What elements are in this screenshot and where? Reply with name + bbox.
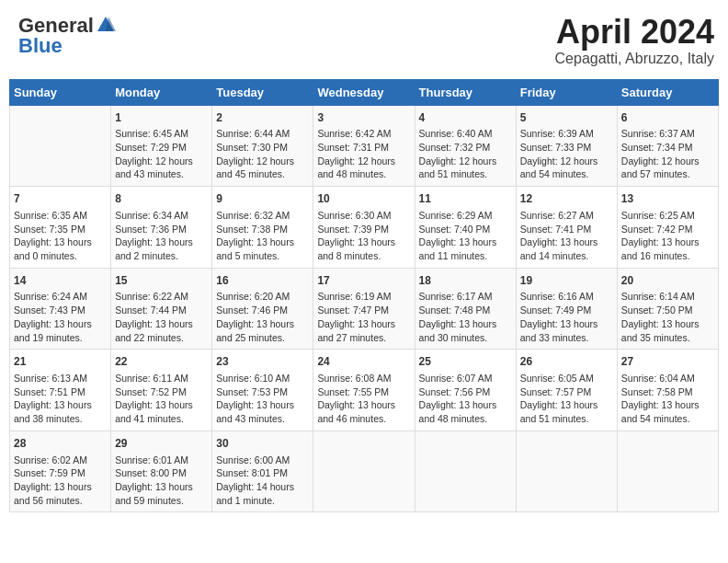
day-number: 29: [115, 436, 208, 452]
calendar-cell: 15Sunrise: 6:22 AMSunset: 7:44 PMDayligh…: [111, 268, 212, 350]
header-cell-saturday: Saturday: [617, 79, 718, 105]
week-row-1: 1Sunrise: 6:45 AMSunset: 7:29 PMDaylight…: [10, 105, 719, 187]
day-info: Sunrise: 6:32 AMSunset: 7:38 PMDaylight:…: [216, 209, 309, 263]
calendar-cell: 5Sunrise: 6:39 AMSunset: 7:33 PMDaylight…: [516, 105, 617, 187]
day-info: Sunrise: 6:24 AMSunset: 7:43 PMDaylight:…: [14, 290, 107, 344]
calendar-cell: 20Sunrise: 6:14 AMSunset: 7:50 PMDayligh…: [617, 268, 718, 350]
logo-icon: [96, 15, 116, 35]
calendar-cell: 27Sunrise: 6:04 AMSunset: 7:58 PMDayligh…: [617, 350, 718, 431]
day-number: 27: [621, 354, 714, 370]
logo: General Blue: [18, 14, 116, 58]
day-number: 22: [115, 354, 208, 370]
day-number: 19: [520, 273, 613, 289]
day-number: 15: [115, 273, 208, 289]
day-info: Sunrise: 6:42 AMSunset: 7:31 PMDaylight:…: [317, 127, 410, 181]
day-number: 18: [419, 273, 512, 289]
day-number: 10: [317, 191, 410, 207]
calendar-cell: 2Sunrise: 6:44 AMSunset: 7:30 PMDaylight…: [212, 105, 313, 187]
day-number: 6: [621, 110, 714, 126]
svg-marker-1: [106, 17, 116, 31]
day-info: Sunrise: 6:39 AMSunset: 7:33 PMDaylight:…: [520, 127, 613, 181]
calendar-cell: 19Sunrise: 6:16 AMSunset: 7:49 PMDayligh…: [516, 268, 617, 350]
day-info: Sunrise: 6:29 AMSunset: 7:40 PMDaylight:…: [419, 209, 512, 263]
day-info: Sunrise: 6:10 AMSunset: 7:53 PMDaylight:…: [216, 372, 309, 426]
day-info: Sunrise: 6:27 AMSunset: 7:41 PMDaylight:…: [520, 209, 613, 263]
calendar-cell: 26Sunrise: 6:05 AMSunset: 7:57 PMDayligh…: [516, 350, 617, 431]
day-info: Sunrise: 6:16 AMSunset: 7:49 PMDaylight:…: [520, 290, 613, 344]
day-number: 1: [115, 110, 208, 126]
calendar-cell: 24Sunrise: 6:08 AMSunset: 7:55 PMDayligh…: [313, 350, 415, 431]
calendar-cell: 10Sunrise: 6:30 AMSunset: 7:39 PMDayligh…: [313, 187, 415, 269]
title-block: April 2024 Cepagatti, Abruzzo, Italy: [555, 14, 714, 67]
calendar-cell: 8Sunrise: 6:34 AMSunset: 7:36 PMDaylight…: [111, 187, 212, 269]
calendar-cell: 7Sunrise: 6:35 AMSunset: 7:35 PMDaylight…: [10, 187, 111, 269]
calendar-cell: 16Sunrise: 6:20 AMSunset: 7:46 PMDayligh…: [212, 268, 313, 350]
day-number: 23: [216, 354, 309, 370]
header-row: SundayMondayTuesdayWednesdayThursdayFrid…: [10, 79, 719, 105]
calendar-cell: 22Sunrise: 6:11 AMSunset: 7:52 PMDayligh…: [111, 350, 212, 431]
day-number: 14: [14, 273, 107, 289]
calendar-cell: 17Sunrise: 6:19 AMSunset: 7:47 PMDayligh…: [313, 268, 415, 350]
day-number: 2: [216, 110, 309, 126]
calendar-header: SundayMondayTuesdayWednesdayThursdayFrid…: [10, 79, 719, 105]
calendar-cell: 18Sunrise: 6:17 AMSunset: 7:48 PMDayligh…: [415, 268, 516, 350]
day-number: 28: [14, 436, 107, 452]
day-info: Sunrise: 6:00 AMSunset: 8:01 PMDaylight:…: [216, 454, 309, 508]
calendar-subtitle: Cepagatti, Abruzzo, Italy: [555, 51, 714, 67]
header-cell-friday: Friday: [516, 79, 617, 105]
day-info: Sunrise: 6:14 AMSunset: 7:50 PMDaylight:…: [621, 290, 714, 344]
week-row-4: 21Sunrise: 6:13 AMSunset: 7:51 PMDayligh…: [10, 350, 719, 431]
calendar-title: April 2024: [555, 14, 714, 51]
logo-blue-text: Blue: [18, 34, 63, 58]
day-number: 9: [216, 191, 309, 207]
calendar-cell: [10, 105, 111, 187]
day-number: 24: [317, 354, 410, 370]
calendar-cell: 11Sunrise: 6:29 AMSunset: 7:40 PMDayligh…: [415, 187, 516, 269]
calendar-cell: 28Sunrise: 6:02 AMSunset: 7:59 PMDayligh…: [10, 431, 111, 512]
calendar-cell: [313, 431, 415, 512]
day-info: Sunrise: 6:17 AMSunset: 7:48 PMDaylight:…: [419, 290, 512, 344]
calendar-cell: [617, 431, 718, 512]
day-number: 8: [115, 191, 208, 207]
day-info: Sunrise: 6:08 AMSunset: 7:55 PMDaylight:…: [317, 372, 410, 426]
calendar-cell: 9Sunrise: 6:32 AMSunset: 7:38 PMDaylight…: [212, 187, 313, 269]
week-row-5: 28Sunrise: 6:02 AMSunset: 7:59 PMDayligh…: [10, 431, 719, 512]
calendar-cell: [415, 431, 516, 512]
header-cell-monday: Monday: [111, 79, 212, 105]
day-info: Sunrise: 6:30 AMSunset: 7:39 PMDaylight:…: [317, 209, 410, 263]
calendar-cell: [516, 431, 617, 512]
day-info: Sunrise: 6:19 AMSunset: 7:47 PMDaylight:…: [317, 290, 410, 344]
day-info: Sunrise: 6:13 AMSunset: 7:51 PMDaylight:…: [14, 372, 107, 426]
day-info: Sunrise: 6:04 AMSunset: 7:58 PMDaylight:…: [621, 372, 714, 426]
day-number: 26: [520, 354, 613, 370]
calendar-cell: 30Sunrise: 6:00 AMSunset: 8:01 PMDayligh…: [212, 431, 313, 512]
day-number: 12: [520, 191, 613, 207]
calendar-cell: 14Sunrise: 6:24 AMSunset: 7:43 PMDayligh…: [10, 268, 111, 350]
day-info: Sunrise: 6:20 AMSunset: 7:46 PMDaylight:…: [216, 290, 309, 344]
day-number: 16: [216, 273, 309, 289]
day-info: Sunrise: 6:22 AMSunset: 7:44 PMDaylight:…: [115, 290, 208, 344]
day-info: Sunrise: 6:35 AMSunset: 7:35 PMDaylight:…: [14, 209, 107, 263]
day-info: Sunrise: 6:11 AMSunset: 7:52 PMDaylight:…: [115, 372, 208, 426]
day-info: Sunrise: 6:07 AMSunset: 7:56 PMDaylight:…: [419, 372, 512, 426]
header-cell-thursday: Thursday: [415, 79, 516, 105]
calendar-cell: 21Sunrise: 6:13 AMSunset: 7:51 PMDayligh…: [10, 350, 111, 431]
day-number: 3: [317, 110, 410, 126]
day-number: 17: [317, 273, 410, 289]
calendar-cell: 13Sunrise: 6:25 AMSunset: 7:42 PMDayligh…: [617, 187, 718, 269]
header-cell-sunday: Sunday: [10, 79, 111, 105]
calendar-table: SundayMondayTuesdayWednesdayThursdayFrid…: [9, 79, 719, 513]
calendar-cell: 29Sunrise: 6:01 AMSunset: 8:00 PMDayligh…: [111, 431, 212, 512]
day-info: Sunrise: 6:02 AMSunset: 7:59 PMDaylight:…: [14, 454, 107, 508]
day-number: 11: [419, 191, 512, 207]
day-number: 7: [14, 191, 107, 207]
day-number: 21: [14, 354, 107, 370]
page-header: General Blue April 2024 Cepagatti, Abruz…: [9, 9, 719, 72]
week-row-2: 7Sunrise: 6:35 AMSunset: 7:35 PMDaylight…: [10, 187, 719, 269]
day-number: 25: [419, 354, 512, 370]
calendar-cell: 6Sunrise: 6:37 AMSunset: 7:34 PMDaylight…: [617, 105, 718, 187]
calendar-cell: 25Sunrise: 6:07 AMSunset: 7:56 PMDayligh…: [415, 350, 516, 431]
header-cell-tuesday: Tuesday: [212, 79, 313, 105]
calendar-cell: 23Sunrise: 6:10 AMSunset: 7:53 PMDayligh…: [212, 350, 313, 431]
day-number: 30: [216, 436, 309, 452]
